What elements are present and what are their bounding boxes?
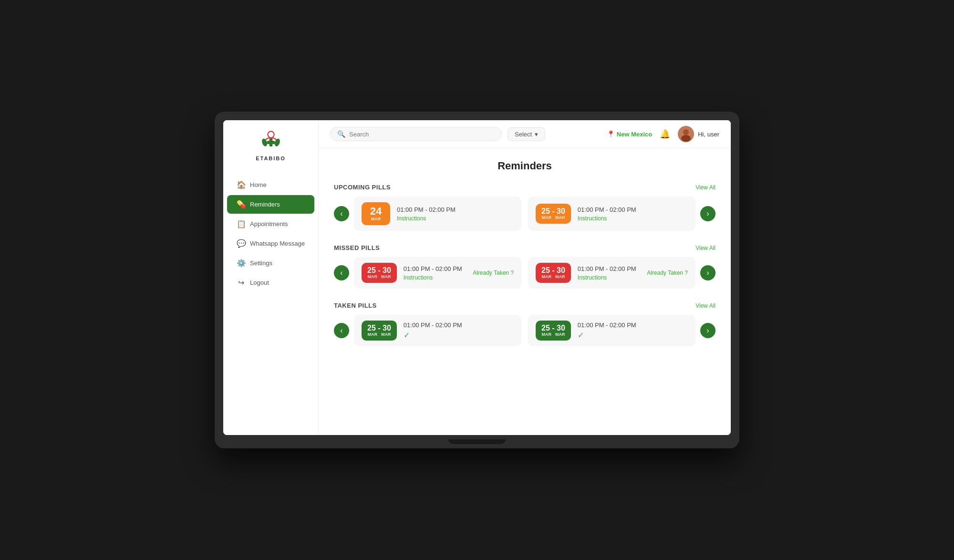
taken-time-2: 01:00 PM - 02:00 PM: [578, 321, 688, 329]
taken-carousel: ‹ 25 - 30: [334, 315, 716, 346]
missed-view-all[interactable]: View All: [695, 245, 716, 251]
search-icon: 🔍: [337, 130, 345, 138]
sidebar-item-settings-label: Settings: [250, 259, 272, 267]
missed-instructions-2[interactable]: Instructions: [578, 274, 640, 281]
upcoming-instructions-2[interactable]: Instructions: [578, 215, 688, 222]
missed-range-1: 25 - 30: [367, 267, 391, 274]
taken-date-badge-2: 25 - 30 MAR MAR: [536, 321, 571, 341]
sidebar-item-logout[interactable]: ↪ Logout: [227, 273, 314, 292]
home-icon: 🏠: [237, 180, 245, 189]
svg-point-6: [683, 129, 689, 135]
taken-range-2: 25 - 30: [541, 324, 565, 332]
upcoming-instructions-1[interactable]: Instructions: [397, 215, 514, 222]
page-content: Reminders UPCOMING PILLS View All ‹: [319, 148, 731, 435]
upcoming-view-all[interactable]: View All: [695, 184, 716, 191]
missed-card-2: 25 - 30 MAR MAR: [528, 257, 695, 289]
sidebar-item-home[interactable]: 🏠 Home: [227, 176, 314, 194]
svg-point-7: [681, 135, 691, 142]
missed-time-1: 01:00 PM - 02:00 PM: [404, 265, 466, 272]
select-label: Select: [515, 131, 532, 138]
missed-section-header: MISSED PILLS View All: [334, 244, 716, 251]
upcoming-cards-row: 24 MAR 01:00 PM - 02:00 PM Instructions: [354, 197, 695, 231]
upcoming-card-2: 25 - 30 MAR MAR: [528, 197, 695, 231]
sidebar: ETABIBO 🏠 Home 💊 Reminders 📋 Appointment…: [223, 120, 319, 435]
upcoming-month-1: MAR: [367, 217, 384, 221]
missed-cards-row: 25 - 30 MAR MAR: [354, 257, 695, 289]
taken-view-all[interactable]: View All: [695, 302, 716, 309]
taken-cards-row: 25 - 30 MAR MAR: [354, 315, 695, 346]
sidebar-item-whatsapp[interactable]: 💬 Whatsapp Message: [227, 234, 314, 253]
select-button[interactable]: Select ▾: [508, 127, 545, 141]
taken-card-2: 25 - 30 MAR MAR: [528, 315, 695, 346]
sidebar-item-appointments-label: Appointments: [250, 220, 288, 228]
taken-card-2-info: 01:00 PM - 02:00 PM ✓: [578, 321, 688, 340]
sidebar-item-settings[interactable]: ⚙️ Settings: [227, 254, 314, 272]
sidebar-item-reminders[interactable]: 💊 Reminders: [227, 195, 314, 214]
logo-text: ETABIBO: [256, 156, 286, 161]
taken-range-1: 25 - 30: [367, 324, 391, 332]
missed-pills-section: MISSED PILLS View All ‹ 25: [334, 244, 716, 289]
already-taken-1[interactable]: Already Taken ?: [473, 270, 514, 276]
upcoming-carousel: ‹ 24 MAR 01:00 PM - 02:00 PM: [334, 197, 716, 231]
search-input[interactable]: [349, 131, 495, 138]
upcoming-date-badge-1: 24 MAR: [362, 202, 390, 225]
upcoming-month-row-2: MAR MAR: [541, 215, 565, 220]
topbar: 🔍 Select ▾ 📍 New Mexico 🔔: [319, 120, 731, 148]
upcoming-range-2: 25 - 30: [541, 207, 565, 215]
upcoming-day-1: 24: [367, 206, 384, 217]
location-pin-icon: 📍: [607, 130, 615, 138]
sidebar-item-logout-label: Logout: [250, 279, 269, 286]
taken-date-badge-1: 25 - 30 MAR MAR: [362, 321, 397, 341]
reminders-icon: 💊: [237, 200, 245, 209]
logo-area: ETABIBO: [256, 130, 286, 161]
missed-card-2-info: 01:00 PM - 02:00 PM Instructions: [578, 265, 640, 281]
taken-checkmark-2: ✓: [578, 331, 688, 340]
page-title: Reminders: [334, 160, 716, 172]
upcoming-card-2-info: 01:00 PM - 02:00 PM Instructions: [578, 206, 688, 222]
missed-carousel: ‹ 25 - 30: [334, 257, 716, 289]
svg-rect-2: [267, 141, 275, 144]
missed-instructions-1[interactable]: Instructions: [404, 274, 466, 281]
logout-icon: ↪: [237, 278, 245, 287]
missed-date-badge-1: 25 - 30 MAR MAR: [362, 263, 397, 283]
nav-menu: 🏠 Home 💊 Reminders 📋 Appointments 💬 What…: [223, 176, 318, 292]
logo-icon: [259, 130, 283, 154]
already-taken-2[interactable]: Already Taken ?: [647, 270, 688, 276]
missed-next-button[interactable]: ›: [700, 265, 716, 280]
location-text: New Mexico: [617, 131, 652, 138]
taken-checkmark-1: ✓: [404, 331, 514, 340]
taken-pills-section: TAKEN PILLS View All ‹ 25: [334, 302, 716, 346]
taken-time-1: 01:00 PM - 02:00 PM: [404, 321, 514, 329]
user-area: Hi, user: [678, 126, 719, 142]
upcoming-date-badge-2: 25 - 30 MAR MAR: [536, 204, 571, 224]
upcoming-card-1-info: 01:00 PM - 02:00 PM Instructions: [397, 206, 514, 222]
upcoming-next-button[interactable]: ›: [700, 206, 716, 221]
taken-section-header: TAKEN PILLS View All: [334, 302, 716, 309]
sidebar-item-appointments[interactable]: 📋 Appointments: [227, 215, 314, 233]
topbar-right: 📍 New Mexico 🔔: [607, 126, 719, 142]
taken-card-1: 25 - 30 MAR MAR: [354, 315, 521, 346]
missed-range-2: 25 - 30: [541, 267, 565, 274]
upcoming-time-2: 01:00 PM - 02:00 PM: [578, 206, 688, 213]
greeting-text: Hi, user: [698, 131, 719, 138]
sidebar-item-home-label: Home: [250, 181, 267, 188]
taken-next-button[interactable]: ›: [700, 323, 716, 338]
upcoming-card-1: 24 MAR 01:00 PM - 02:00 PM Instructions: [354, 197, 521, 231]
upcoming-section-header: UPCOMING PILLS View All: [334, 184, 716, 191]
missed-date-badge-2: 25 - 30 MAR MAR: [536, 263, 571, 283]
sidebar-item-whatsapp-label: Whatsapp Message: [250, 240, 305, 247]
taken-section-title: TAKEN PILLS: [334, 302, 377, 309]
svg-point-0: [268, 131, 274, 137]
missed-prev-button[interactable]: ‹: [334, 265, 349, 280]
whatsapp-icon: 💬: [237, 239, 245, 248]
sidebar-item-reminders-label: Reminders: [250, 201, 280, 208]
bell-icon[interactable]: 🔔: [660, 129, 670, 139]
appointments-icon: 📋: [237, 219, 245, 228]
missed-card-1: 25 - 30 MAR MAR: [354, 257, 521, 289]
search-bar: 🔍: [330, 127, 502, 141]
upcoming-prev-button[interactable]: ‹: [334, 206, 349, 221]
avatar: [678, 126, 694, 142]
location-area: 📍 New Mexico: [607, 130, 652, 138]
upcoming-section-title: UPCOMING PILLS: [334, 184, 391, 191]
taken-prev-button[interactable]: ‹: [334, 323, 349, 338]
